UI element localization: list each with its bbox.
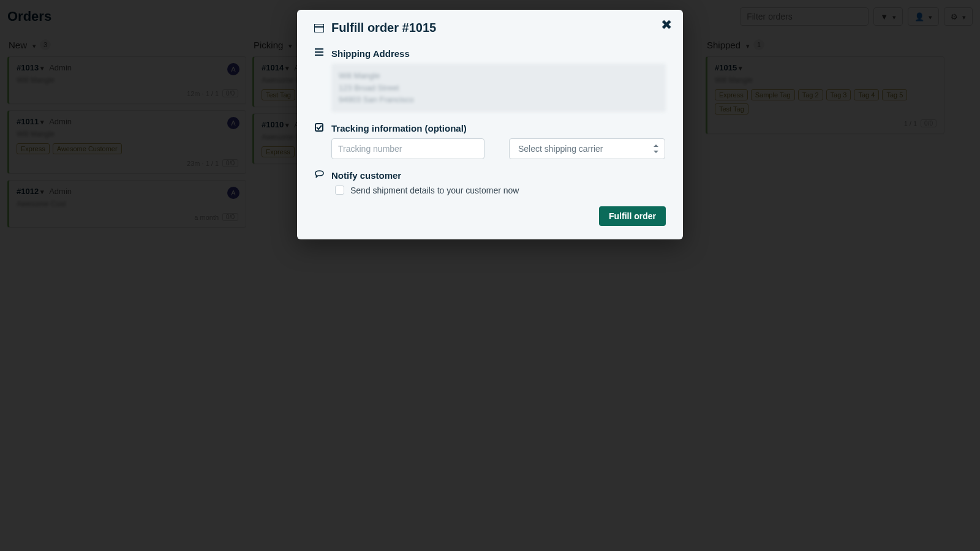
address-line: 94903 San Francisco — [339, 94, 658, 106]
shipping-address-block: Will Mangle 123 Broad Street 94903 San F… — [331, 64, 666, 112]
notify-customer-label: Notify customer — [331, 170, 666, 181]
modal-header: Fulfill order #1015 — [314, 21, 666, 35]
send-shipment-label: Send shipment details to your customer n… — [350, 186, 519, 195]
shipping-section: Shipping Address Will Mangle 123 Broad S… — [314, 48, 666, 112]
order-icon — [314, 24, 324, 32]
address-line: 123 Broad Street — [339, 82, 658, 94]
close-button[interactable]: ✖ — [661, 18, 672, 32]
list-icon — [314, 48, 324, 56]
close-icon: ✖ — [661, 17, 672, 32]
send-shipment-checkbox[interactable] — [335, 186, 344, 195]
check-square-icon — [314, 123, 324, 132]
tracking-label: Tracking information (optional) — [331, 123, 666, 133]
tracking-section: Tracking information (optional) Select s… — [314, 123, 666, 159]
modal-overlay[interactable]: ✖ Fulfill order #1015 Shipping Address W… — [0, 0, 980, 551]
modal-footer: Fulfill order — [314, 206, 666, 226]
shipping-address-label: Shipping Address — [331, 48, 666, 59]
svg-rect-0 — [314, 24, 324, 32]
tracking-number-input[interactable] — [331, 138, 484, 159]
modal-title: Fulfill order #1015 — [331, 21, 436, 35]
fulfill-order-modal: ✖ Fulfill order #1015 Shipping Address W… — [297, 10, 683, 239]
address-line: Will Mangle — [339, 70, 658, 82]
notify-section: Notify customer Send shipment details to… — [314, 170, 666, 195]
shipping-carrier-select[interactable]: Select shipping carrier — [509, 138, 665, 159]
fulfill-order-button[interactable]: Fulfill order — [599, 206, 666, 226]
comment-icon — [314, 170, 324, 179]
svg-rect-5 — [315, 124, 323, 131]
select-placeholder: Select shipping carrier — [518, 144, 603, 154]
